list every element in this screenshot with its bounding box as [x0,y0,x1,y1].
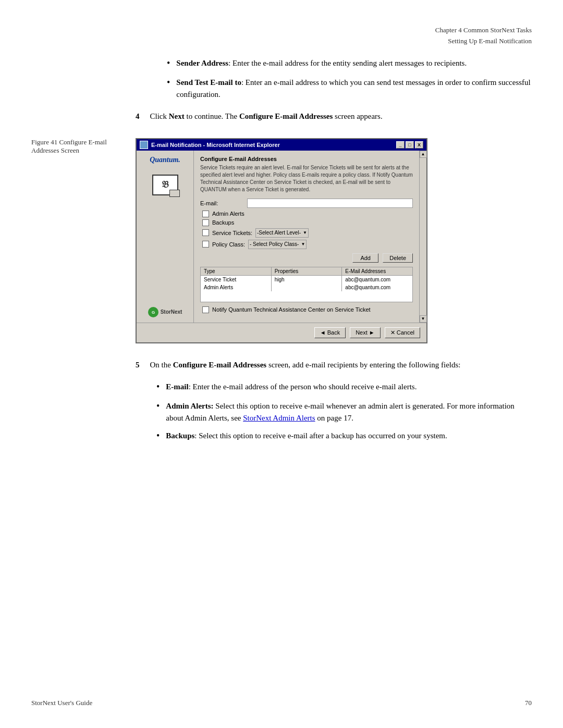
policy-class-select-label: - Select Policy Class- [250,241,299,247]
figure-area: Figure 41 Configure E-mail Addresses Scr… [31,138,532,343]
storenext-icon: G [148,307,158,317]
logo-icon: 𝔅 [152,175,178,195]
sub-dot-2: • [156,399,160,413]
col-type: Type [201,267,272,275]
dialog-section-title: Configure E-mail Addresses [200,156,413,162]
service-tickets-label: Service Tickets: [212,230,252,236]
dialog-sidebar: Quantum. 𝔅 G [137,151,194,323]
bullet1-term: Sender Address [176,59,228,67]
notify-label: Notify Quantum Technical Assistance Cent… [212,306,371,313]
backups-row: Backups [202,219,413,226]
bullet-dot-2: • [167,76,170,90]
step5-text: On the Configure E-mail Addresses screen… [150,359,461,371]
row2-properties [272,283,342,291]
scrollbar[interactable]: ▲ ▼ [419,151,426,323]
bullet-text-2: Send Test E-mail to: Enter an e-mail add… [176,77,532,100]
service-tickets-select-label: -Select Alert Level- [257,230,301,236]
policy-class-row: Policy Class: - Select Policy Class- ▼ [202,240,413,249]
admin-alerts-checkbox[interactable] [202,211,209,217]
email-table: Type Properties E-Mail Addresses Service… [200,267,413,302]
next-button[interactable]: Next ► [350,327,381,338]
col-properties: Properties [272,267,342,275]
step4-text: Click Next to continue. The Configure E-… [150,110,383,122]
header-line1: Chapter 4 Common StorNext Tasks [435,25,532,36]
policy-class-label: Policy Class: [212,241,245,248]
dialog-controls[interactable]: _ □ X [396,141,423,149]
storenext-logo: G StorNext [148,307,182,317]
add-delete-row: Add Delete [200,253,413,263]
dialog-titlebar: E-mail Notification - Microsoft Internet… [137,139,426,151]
bullet-item-2: • Send Test E-mail to: Enter an e-mail a… [167,77,532,100]
step4-number: 4 [136,110,140,122]
service-tickets-row: Service Tickets: -Select Alert Level- ▼ [202,228,413,238]
sub-text-2: Admin Alerts: Select this option to rece… [166,400,532,424]
bullet-text-1: Sender Address: Enter the e-mail address… [176,57,467,69]
sub1-term: E-mail [166,382,188,391]
email-input[interactable] [247,199,413,208]
backups-checkbox[interactable] [202,219,209,226]
policy-class-checkbox[interactable] [202,241,209,248]
page: Chapter 4 Common StorNext Tasks Setting … [0,0,563,728]
close-button[interactable]: X [415,141,423,149]
quantum-logo: Quantum. [150,156,180,164]
sub-dot-1: • [156,380,160,394]
dialog-body: Quantum. 𝔅 G [137,151,426,323]
dialog-title-text: E-mail Notification - Microsoft Internet… [140,141,280,149]
step5-header: 5 On the Configure E-mail Addresses scre… [136,359,532,371]
cancel-button[interactable]: ✕ Cancel [385,327,420,338]
table-row-1: Service Ticket high abc@quantum.com [201,276,412,283]
delete-button[interactable]: Delete [383,253,413,263]
footer-left: StorNext User's Guide [31,699,92,707]
dialog-title-label: E-mail Notification - Microsoft Internet… [151,142,280,148]
row2-type: Admin Alerts [201,283,272,291]
step-5: 5 On the Configure E-mail Addresses scre… [136,359,532,443]
row1-properties: high [272,276,342,283]
scroll-up[interactable]: ▲ [420,151,427,158]
svg-text:G: G [152,310,155,315]
service-tickets-arrow: ▼ [303,230,307,235]
step-4: 4 Click Next to continue. The Configure … [136,110,532,122]
col-email-addresses: E-Mail Addresses [342,267,412,275]
back-button[interactable]: ◄ Back [314,327,346,338]
policy-class-select[interactable]: - Select Policy Class- ▼ [248,240,307,249]
bullet1-text: : Enter the e-mail address for the entit… [228,59,467,67]
minimize-button[interactable]: _ [396,141,405,149]
notify-checkbox[interactable] [202,306,209,313]
sub-bullet-1: • E-mail: Enter the e-mail address of th… [156,381,532,394]
sub-bullet-3: • Backups: Select this option to receive… [156,430,532,443]
sub2-term: Admin Alerts: [166,402,213,410]
admin-alerts-label: Admin Alerts [212,211,244,217]
footer-right: 70 [525,699,532,707]
service-tickets-checkbox[interactable] [202,229,209,236]
storenext-admin-alerts-link[interactable]: StorNext Admin Alerts [243,414,315,422]
sub-bullet-2: • Admin Alerts: Select this option to re… [156,400,532,424]
bullet-item-1: • Sender Address: Enter the e-mail addre… [167,57,532,70]
dialog-title-icon [140,141,148,149]
sub-bullets: • E-mail: Enter the e-mail address of th… [156,381,532,443]
sub-dot-3: • [156,429,160,443]
logo-envelope [169,190,180,197]
dialog-content: Configure E-mail Addresses Service Ticke… [194,151,419,323]
email-notification-dialog[interactable]: E-mail Notification - Microsoft Internet… [136,138,427,343]
scroll-down[interactable]: ▼ [420,315,427,323]
admin-alerts-row: Admin Alerts [202,211,413,217]
logo-letter: 𝔅 [162,179,169,190]
table-row-2: Admin Alerts abc@quantum.com [201,283,412,291]
header-line2: Setting Up E-mail Notification [435,36,532,47]
row1-type: Service Ticket [201,276,272,283]
content-area: • Sender Address: Enter the e-mail addre… [31,57,532,453]
table-padding [201,291,412,302]
email-row: E-mail: [200,199,413,208]
backups-label: Backups [212,219,234,226]
service-tickets-select[interactable]: -Select Alert Level- ▼ [255,228,309,238]
bullet2-term: Send Test E-mail to [176,78,241,87]
page-header: Chapter 4 Common StorNext Tasks Setting … [435,25,532,47]
notify-row: Notify Quantum Technical Assistance Cent… [202,306,413,313]
dialog-description: Service Tickets require an alert level. … [200,164,413,193]
row2-email: abc@quantum.com [342,283,412,291]
step5-number: 5 [136,359,140,371]
maximize-button[interactable]: □ [406,141,414,149]
sub-text-3: Backups: Select this option to receive e… [166,430,447,442]
sub-text-1: E-mail: Enter the e-mail address of the … [166,381,417,393]
add-button[interactable]: Add [352,253,378,263]
